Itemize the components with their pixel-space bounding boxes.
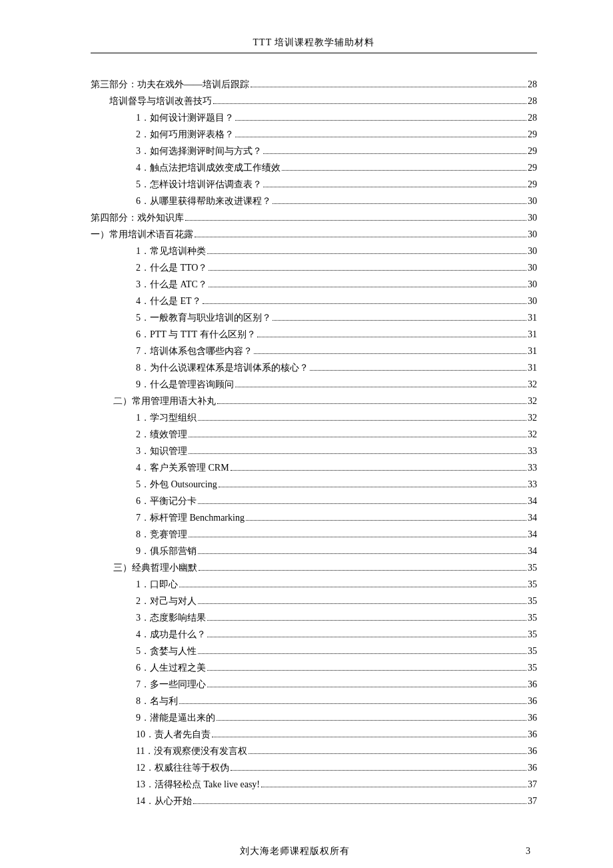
toc-entry[interactable]: 3．知识管理33 bbox=[91, 443, 537, 459]
toc-entry[interactable]: 2．如何巧用测评表格？29 bbox=[91, 126, 537, 143]
toc-entry-page: 31 bbox=[528, 326, 537, 343]
toc-entry[interactable]: 7．标杆管理 Benchmarking34 bbox=[91, 509, 537, 526]
toc-entry-page: 34 bbox=[528, 509, 537, 526]
toc-leader bbox=[254, 353, 526, 354]
toc-entry[interactable]: 9．潜能是逼出来的36 bbox=[91, 709, 537, 726]
toc-entry-label: 14．从心开始 bbox=[136, 793, 192, 809]
toc-entry-label: 1．常见培训种类 bbox=[136, 243, 206, 259]
toc-entry-page: 30 bbox=[528, 293, 537, 309]
toc-leader bbox=[217, 720, 526, 721]
toc-entry[interactable]: 一）常用培训术语百花露30 bbox=[91, 226, 537, 243]
toc-entry-label: 5．怎样设计培训评估调查表？ bbox=[136, 176, 262, 193]
toc-entry[interactable]: 9．什么是管理咨询顾问32 bbox=[91, 376, 537, 393]
toc-leader bbox=[198, 553, 526, 554]
toc-entry[interactable]: 6．从哪里获得帮助来改进课程？30 bbox=[91, 193, 537, 209]
toc-entry-page: 35 bbox=[528, 609, 537, 626]
toc-entry-label: 1．学习型组织 bbox=[136, 409, 197, 426]
toc-entry[interactable]: 4．成功是什么？35 bbox=[91, 626, 537, 643]
toc-entry-page: 33 bbox=[528, 459, 537, 476]
toc-entry-label: 2．绩效管理 bbox=[136, 426, 187, 443]
toc-entry-label: 4．客户关系管理 CRM bbox=[136, 459, 229, 476]
toc-entry-page: 33 bbox=[528, 476, 537, 493]
toc-entry-label: 二）常用管理用语大补丸 bbox=[113, 393, 216, 409]
toc-entry[interactable]: 6．人生过程之美35 bbox=[91, 659, 537, 676]
toc-entry[interactable]: 5．贪婪与人性35 bbox=[91, 643, 537, 659]
toc-entry[interactable]: 9．俱乐部营销34 bbox=[91, 543, 537, 559]
toc-entry[interactable]: 13．活得轻松点 Take live easy!37 bbox=[91, 776, 537, 793]
toc-entry-label: 6．从哪里获得帮助来改进课程？ bbox=[136, 193, 271, 209]
toc-entry[interactable]: 2．对己与对人35 bbox=[91, 593, 537, 609]
toc-entry-label: 5．外包 Outsourcing bbox=[136, 476, 217, 493]
toc-entry[interactable]: 2．什么是 TTO？30 bbox=[91, 259, 537, 276]
toc-entry-label: 5．一般教育与职业培训的区别？ bbox=[136, 309, 271, 326]
toc-entry-page: 30 bbox=[528, 193, 537, 209]
footer-copyright: 刘大海老师课程版权所有 bbox=[240, 845, 350, 857]
toc-leader bbox=[235, 120, 526, 121]
toc-entry[interactable]: 6．平衡记分卡34 bbox=[91, 493, 537, 509]
toc-entry-label: 8．为什么说课程体系是培训体系的核心？ bbox=[136, 359, 308, 376]
toc-entry-label: 4．成功是什么？ bbox=[136, 626, 206, 643]
toc-entry[interactable]: 3．态度影响结果35 bbox=[91, 609, 537, 626]
toc-leader bbox=[185, 220, 526, 221]
toc-entry[interactable]: 10．责人者先自责36 bbox=[91, 726, 537, 743]
toc-leader bbox=[207, 687, 526, 687]
toc-entry[interactable]: 4．客户关系管理 CRM33 bbox=[91, 459, 537, 476]
toc-entry[interactable]: 1．口即心35 bbox=[91, 576, 537, 593]
toc-entry-page: 37 bbox=[528, 793, 537, 809]
toc-entry[interactable]: 11．没有观察便没有发言权36 bbox=[91, 743, 537, 759]
toc-entry[interactable]: 4．触点法把培训成效变成工作绩效29 bbox=[91, 159, 537, 176]
toc-entry-label: 2．什么是 TTO？ bbox=[136, 259, 207, 276]
toc-entry[interactable]: 8．名与利36 bbox=[91, 693, 537, 709]
toc-entry[interactable]: 第四部分：戏外知识库30 bbox=[91, 209, 537, 226]
toc-leader bbox=[209, 270, 526, 271]
toc-entry-page: 36 bbox=[528, 676, 537, 693]
toc-entry[interactable]: 三）经典哲理小幽默35 bbox=[91, 559, 537, 576]
toc-entry[interactable]: 7．培训体系包含哪些内容？31 bbox=[91, 343, 537, 359]
toc-entry-page: 30 bbox=[528, 226, 537, 243]
toc-leader bbox=[263, 187, 526, 187]
toc-leader bbox=[209, 287, 526, 287]
toc-leader bbox=[199, 570, 526, 571]
toc-entry[interactable]: 14．从心开始37 bbox=[91, 793, 537, 809]
toc-entry[interactable]: 1．如何设计测评题目？28 bbox=[91, 109, 537, 126]
toc-entry[interactable]: 1．常见培训种类30 bbox=[91, 243, 537, 259]
toc-entry[interactable]: 7．多一些同理心36 bbox=[91, 676, 537, 693]
toc-entry[interactable]: 5．怎样设计培训评估调查表？29 bbox=[91, 176, 537, 193]
toc-entry[interactable]: 4．什么是 ET？30 bbox=[91, 293, 537, 309]
toc-leader bbox=[203, 303, 526, 304]
toc-entry[interactable]: 3．如何选择测评时间与方式？29 bbox=[91, 143, 537, 159]
toc-entry-label: 11．没有观察便没有发言权 bbox=[136, 743, 247, 759]
toc-leader bbox=[231, 470, 526, 471]
toc-entry-page: 35 bbox=[528, 576, 537, 593]
toc-entry-label: 第三部分：功夫在戏外——培训后跟踪 bbox=[91, 76, 249, 93]
toc-entry-page: 30 bbox=[528, 209, 537, 226]
toc-leader bbox=[261, 787, 526, 787]
toc-entry[interactable]: 5．外包 Outsourcing33 bbox=[91, 476, 537, 493]
toc-entry-page: 36 bbox=[528, 726, 537, 743]
toc-entry-page: 37 bbox=[528, 776, 537, 793]
toc-entry[interactable]: 8．为什么说课程体系是培训体系的核心？31 bbox=[91, 359, 537, 376]
toc-entry[interactable]: 12．权威往往等于权伪36 bbox=[91, 759, 537, 776]
toc-entry-label: 3．什么是 ATC？ bbox=[136, 276, 207, 293]
toc-entry-page: 33 bbox=[528, 443, 537, 459]
toc-entry[interactable]: 2．绩效管理32 bbox=[91, 426, 537, 443]
toc-entry-label: 5．贪婪与人性 bbox=[136, 643, 197, 659]
toc-entry-label: 培训督导与培训改善技巧 bbox=[109, 93, 212, 109]
table-of-contents: 第三部分：功夫在戏外——培训后跟踪28培训督导与培训改善技巧281．如何设计测评… bbox=[91, 76, 537, 809]
page-footer: 刘大海老师课程版权所有 3 bbox=[91, 845, 537, 857]
toc-entry[interactable]: 二）常用管理用语大补丸32 bbox=[91, 393, 537, 409]
toc-entry-label: 三）经典哲理小幽默 bbox=[113, 559, 197, 576]
toc-leader bbox=[235, 387, 526, 387]
toc-entry[interactable]: 1．学习型组织32 bbox=[91, 409, 537, 426]
document-page: TTT 培训课程教学辅助材料 第三部分：功夫在戏外——培训后跟踪28培训督导与培… bbox=[0, 37, 613, 857]
toc-entry[interactable]: 培训督导与培训改善技巧28 bbox=[91, 93, 537, 109]
toc-entry[interactable]: 5．一般教育与职业培训的区别？31 bbox=[91, 309, 537, 326]
toc-entry[interactable]: 第三部分：功夫在戏外——培训后跟踪28 bbox=[91, 76, 537, 93]
toc-entry-label: 第四部分：戏外知识库 bbox=[91, 209, 184, 226]
footer-page-number: 3 bbox=[526, 846, 533, 857]
toc-entry-label: 9．潜能是逼出来的 bbox=[136, 709, 215, 726]
toc-entry[interactable]: 6．PTT 与 TTT 有什么区别？31 bbox=[91, 326, 537, 343]
toc-entry[interactable]: 8．竞赛管理34 bbox=[91, 526, 537, 543]
toc-entry-label: 8．竞赛管理 bbox=[136, 526, 187, 543]
toc-entry[interactable]: 3．什么是 ATC？30 bbox=[91, 276, 537, 293]
